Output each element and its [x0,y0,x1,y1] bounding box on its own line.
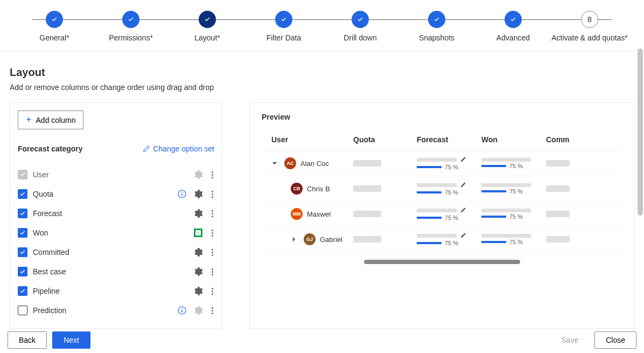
checkbox[interactable] [18,286,27,296]
preview-row: CBChris B75 %75 % [262,176,622,202]
progress-percent: 75 % [509,239,525,245]
step-4[interactable]: Drill down [322,11,398,42]
more-icon[interactable] [210,288,214,295]
avatar: MM [291,208,303,220]
step-3[interactable]: Filter Data [246,11,322,42]
header-commit: Comm [546,135,578,144]
gear-icon[interactable] [194,306,202,315]
column-row-committed: Committed [18,243,214,262]
progress-percent: 75 % [509,188,525,195]
placeholder-bar [546,236,570,243]
wizard-footer: Back Next Save Close [8,331,636,349]
gear-icon[interactable] [194,248,202,257]
preview-row: GJGabriel75 %75 % [262,227,622,252]
progress-bar-fill [481,216,506,218]
forecast-cell: 75 % [417,182,481,196]
page-description: Add or remove columns or change order us… [10,83,634,92]
placeholder-bar [546,185,570,192]
more-icon[interactable] [210,191,214,198]
checkbox[interactable] [18,228,27,238]
column-label: Prediction [33,306,172,315]
step-2[interactable]: Layout* [169,11,246,42]
close-button[interactable]: Close [594,331,636,349]
gear-icon[interactable] [194,287,202,295]
checkbox[interactable] [18,247,27,257]
column-label: Best case [33,267,188,276]
user-name: Chris B [307,185,330,193]
header-quota: Quota [353,135,417,144]
more-icon[interactable] [210,210,214,217]
pencil-icon[interactable] [460,232,466,239]
placeholder-bar [546,160,570,167]
checkbox[interactable] [18,306,27,315]
step-label: Drill down [344,33,376,42]
info-icon[interactable] [178,306,186,315]
gear-icon[interactable] [194,267,202,276]
forecast-category-header: Forecast category Change option set [18,144,214,153]
gear-icon[interactable] [194,209,202,218]
progress-bar-bg [481,158,531,162]
step-7[interactable]: 8Activate & add quotas* [551,11,628,42]
forecast-cell: 75 % [417,156,481,170]
avatar: AC [284,157,296,169]
step-5[interactable]: Snapshots [398,11,475,42]
won-cell: 75 % [481,183,546,195]
change-option-set-link[interactable]: Change option set [143,144,214,153]
row-actions [178,306,214,315]
next-button[interactable]: Next [52,331,90,349]
column-row-forecast: Forecast [18,204,214,223]
columns-list: UserQuotaForecastWonCommittedBest casePi… [18,165,214,320]
more-icon[interactable] [210,171,214,178]
save-button[interactable]: Save [550,332,589,348]
checkbox[interactable] [18,209,27,218]
header-forecast: Forecast [417,135,481,144]
chevron-down-icon[interactable] [271,160,280,167]
back-button[interactable]: Back [8,331,47,349]
progress-percent: 75 % [509,213,525,220]
column-label: Committed [33,248,188,257]
info-icon[interactable] [178,190,186,198]
horizontal-scrollbar[interactable] [364,260,520,264]
step-label: Layout* [194,33,220,42]
placeholder-bar [546,211,570,217]
checkbox[interactable] [18,267,27,276]
change-option-set-label: Change option set [153,144,214,153]
progress-bar-fill [417,191,442,193]
svg-rect-4 [181,310,182,313]
commit-cell [546,160,578,167]
more-icon[interactable] [210,307,214,314]
add-column-button[interactable]: + Add column [18,110,83,129]
placeholder-bar [353,185,381,192]
checkbox[interactable] [18,189,27,199]
chevron-right-icon[interactable] [291,236,299,243]
step-0[interactable]: General* [16,11,93,42]
svg-rect-1 [181,193,182,196]
progress-bar-bg [417,158,457,162]
gear-icon[interactable] [194,190,202,198]
step-number-icon: 8 [581,11,598,28]
check-icon [352,11,369,28]
gear-icon[interactable] [194,229,202,237]
won-cell: 75 % [481,158,546,169]
progress-percent: 75 % [445,189,460,196]
column-label: Quota [33,190,172,198]
step-1[interactable]: Permissions* [93,11,169,42]
pencil-icon[interactable] [460,182,466,188]
step-6[interactable]: Advanced [475,11,551,42]
step-label: Permissions* [109,33,153,42]
vertical-scrollbar[interactable] [638,49,643,216]
column-label: Won [33,229,188,237]
progress-bar-bg [481,234,531,238]
step-label: Filter Data [267,33,302,42]
more-icon[interactable] [210,268,214,275]
progress-bar-bg [417,183,457,187]
gear-icon[interactable] [194,170,202,179]
avatar: CB [291,183,303,195]
more-icon[interactable] [210,249,214,256]
progress: 75 % [417,182,466,196]
progress-bar-bg [417,209,457,212]
more-icon[interactable] [210,230,214,237]
pencil-icon[interactable] [460,156,466,163]
preview-row: MMMaxwel75 %75 % [262,202,622,227]
pencil-icon[interactable] [460,207,466,213]
